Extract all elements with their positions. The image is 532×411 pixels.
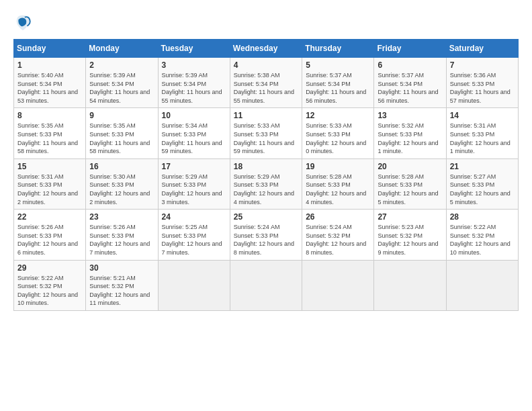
calendar-week-row: 8Sunrise: 5:35 AM Sunset: 5:33 PM Daylig… — [14, 108, 519, 158]
calendar-cell: 28Sunrise: 5:22 AM Sunset: 5:32 PM Dayli… — [446, 210, 518, 260]
col-sunday: Sunday — [14, 40, 86, 58]
day-detail: Sunrise: 5:29 AM Sunset: 5:33 PM Dayligh… — [234, 173, 298, 206]
day-detail: Sunrise: 5:39 AM Sunset: 5:34 PM Dayligh… — [89, 71, 154, 105]
calendar-cell: 21Sunrise: 5:27 AM Sunset: 5:33 PM Dayli… — [446, 158, 518, 209]
calendar-week-row: 22Sunrise: 5:26 AM Sunset: 5:33 PM Dayli… — [14, 210, 519, 260]
col-saturday: Saturday — [446, 40, 518, 58]
day-detail: Sunrise: 5:37 AM Sunset: 5:34 PM Dayligh… — [378, 71, 442, 105]
day-detail: Sunrise: 5:30 AM Sunset: 5:33 PM Dayligh… — [89, 173, 154, 206]
day-number: 10 — [162, 111, 226, 120]
day-number: 5 — [306, 60, 370, 70]
calendar-table: Sunday Monday Tuesday Wednesday Thursday… — [13, 39, 519, 311]
day-detail: Sunrise: 5:33 AM Sunset: 5:33 PM Dayligh… — [306, 122, 370, 155]
day-number: 9 — [89, 111, 154, 120]
calendar-cell: 15Sunrise: 5:31 AM Sunset: 5:33 PM Dayli… — [14, 158, 86, 209]
day-number: 30 — [89, 263, 154, 273]
calendar-cell — [302, 260, 374, 310]
day-detail: Sunrise: 5:38 AM Sunset: 5:34 PM Dayligh… — [234, 71, 298, 105]
day-number: 16 — [89, 162, 154, 171]
col-friday: Friday — [374, 40, 446, 58]
logo-icon — [13, 13, 32, 32]
calendar-week-row: 29Sunrise: 5:22 AM Sunset: 5:32 PM Dayli… — [14, 260, 519, 310]
calendar-cell: 7Sunrise: 5:36 AM Sunset: 5:33 PM Daylig… — [446, 58, 518, 108]
day-detail: Sunrise: 5:37 AM Sunset: 5:34 PM Dayligh… — [306, 71, 370, 105]
calendar-cell: 3Sunrise: 5:39 AM Sunset: 5:34 PM Daylig… — [158, 58, 230, 108]
day-number: 29 — [17, 263, 82, 273]
calendar-cell: 5Sunrise: 5:37 AM Sunset: 5:34 PM Daylig… — [302, 58, 374, 108]
day-number: 13 — [378, 111, 442, 120]
day-number: 24 — [162, 212, 226, 222]
day-detail: Sunrise: 5:26 AM Sunset: 5:33 PM Dayligh… — [17, 223, 82, 257]
calendar-cell: 22Sunrise: 5:26 AM Sunset: 5:33 PM Dayli… — [14, 210, 86, 260]
calendar-cell: 18Sunrise: 5:29 AM Sunset: 5:33 PM Dayli… — [230, 158, 302, 209]
day-detail: Sunrise: 5:33 AM Sunset: 5:33 PM Dayligh… — [234, 122, 298, 155]
calendar-cell: 20Sunrise: 5:28 AM Sunset: 5:33 PM Dayli… — [374, 158, 446, 209]
day-detail: Sunrise: 5:32 AM Sunset: 5:33 PM Dayligh… — [378, 122, 442, 155]
day-detail: Sunrise: 5:35 AM Sunset: 5:33 PM Dayligh… — [89, 122, 154, 155]
day-detail: Sunrise: 5:24 AM Sunset: 5:32 PM Dayligh… — [306, 223, 370, 257]
day-number: 11 — [234, 111, 298, 120]
calendar-cell — [446, 260, 518, 310]
calendar-cell — [230, 260, 302, 310]
calendar-cell: 17Sunrise: 5:29 AM Sunset: 5:33 PM Dayli… — [158, 158, 230, 209]
day-detail: Sunrise: 5:25 AM Sunset: 5:33 PM Dayligh… — [162, 223, 226, 257]
col-monday: Monday — [86, 40, 158, 58]
logo — [13, 13, 35, 32]
day-detail: Sunrise: 5:39 AM Sunset: 5:34 PM Dayligh… — [162, 71, 226, 105]
day-number: 26 — [306, 212, 370, 222]
day-detail: Sunrise: 5:26 AM Sunset: 5:33 PM Dayligh… — [89, 223, 154, 257]
day-detail: Sunrise: 5:31 AM Sunset: 5:33 PM Dayligh… — [17, 173, 82, 206]
day-number: 28 — [450, 212, 515, 222]
calendar-cell: 13Sunrise: 5:32 AM Sunset: 5:33 PM Dayli… — [374, 108, 446, 158]
day-number: 12 — [306, 111, 370, 120]
day-detail: Sunrise: 5:23 AM Sunset: 5:32 PM Dayligh… — [378, 223, 442, 257]
calendar-cell: 30Sunrise: 5:21 AM Sunset: 5:32 PM Dayli… — [86, 260, 158, 310]
calendar-cell: 10Sunrise: 5:34 AM Sunset: 5:33 PM Dayli… — [158, 108, 230, 158]
day-number: 1 — [17, 60, 82, 70]
calendar-cell: 4Sunrise: 5:38 AM Sunset: 5:34 PM Daylig… — [230, 58, 302, 108]
calendar-cell: 11Sunrise: 5:33 AM Sunset: 5:33 PM Dayli… — [230, 108, 302, 158]
calendar-cell: 14Sunrise: 5:31 AM Sunset: 5:33 PM Dayli… — [446, 108, 518, 158]
calendar-cell — [374, 260, 446, 310]
calendar-cell: 24Sunrise: 5:25 AM Sunset: 5:33 PM Dayli… — [158, 210, 230, 260]
day-number: 22 — [17, 212, 82, 222]
calendar-cell: 6Sunrise: 5:37 AM Sunset: 5:34 PM Daylig… — [374, 58, 446, 108]
day-number: 17 — [162, 162, 226, 171]
calendar-week-row: 1Sunrise: 5:40 AM Sunset: 5:34 PM Daylig… — [14, 58, 519, 108]
day-number: 14 — [450, 111, 515, 120]
day-detail: Sunrise: 5:27 AM Sunset: 5:33 PM Dayligh… — [450, 173, 515, 206]
calendar-cell: 9Sunrise: 5:35 AM Sunset: 5:33 PM Daylig… — [86, 108, 158, 158]
day-number: 8 — [17, 111, 82, 120]
day-detail: Sunrise: 5:29 AM Sunset: 5:33 PM Dayligh… — [162, 173, 226, 206]
calendar-cell: 29Sunrise: 5:22 AM Sunset: 5:32 PM Dayli… — [14, 260, 86, 310]
calendar-cell: 8Sunrise: 5:35 AM Sunset: 5:33 PM Daylig… — [14, 108, 86, 158]
col-wednesday: Wednesday — [230, 40, 302, 58]
calendar-cell: 2Sunrise: 5:39 AM Sunset: 5:34 PM Daylig… — [86, 58, 158, 108]
calendar-cell: 1Sunrise: 5:40 AM Sunset: 5:34 PM Daylig… — [14, 58, 86, 108]
day-number: 15 — [17, 162, 82, 171]
day-number: 21 — [450, 162, 515, 171]
day-detail: Sunrise: 5:35 AM Sunset: 5:33 PM Dayligh… — [17, 122, 82, 155]
col-tuesday: Tuesday — [158, 40, 230, 58]
day-number: 25 — [234, 212, 298, 222]
day-number: 20 — [378, 162, 442, 171]
day-detail: Sunrise: 5:40 AM Sunset: 5:34 PM Dayligh… — [17, 71, 82, 105]
col-thursday: Thursday — [302, 40, 374, 58]
day-detail: Sunrise: 5:22 AM Sunset: 5:32 PM Dayligh… — [17, 274, 82, 308]
day-detail: Sunrise: 5:28 AM Sunset: 5:33 PM Dayligh… — [378, 173, 442, 206]
calendar-week-row: 15Sunrise: 5:31 AM Sunset: 5:33 PM Dayli… — [14, 158, 519, 209]
calendar-cell: 26Sunrise: 5:24 AM Sunset: 5:32 PM Dayli… — [302, 210, 374, 260]
day-detail: Sunrise: 5:21 AM Sunset: 5:32 PM Dayligh… — [89, 274, 154, 308]
calendar-cell: 12Sunrise: 5:33 AM Sunset: 5:33 PM Dayli… — [302, 108, 374, 158]
calendar-cell — [158, 260, 230, 310]
day-detail: Sunrise: 5:22 AM Sunset: 5:32 PM Dayligh… — [450, 223, 515, 257]
calendar-cell: 16Sunrise: 5:30 AM Sunset: 5:33 PM Dayli… — [86, 158, 158, 209]
day-detail: Sunrise: 5:31 AM Sunset: 5:33 PM Dayligh… — [450, 122, 515, 155]
day-number: 23 — [89, 212, 154, 222]
day-number: 18 — [234, 162, 298, 171]
day-number: 19 — [306, 162, 370, 171]
day-detail: Sunrise: 5:24 AM Sunset: 5:33 PM Dayligh… — [234, 223, 298, 257]
header-row: Sunday Monday Tuesday Wednesday Thursday… — [14, 40, 519, 58]
day-number: 4 — [234, 60, 298, 70]
calendar-cell: 23Sunrise: 5:26 AM Sunset: 5:33 PM Dayli… — [86, 210, 158, 260]
